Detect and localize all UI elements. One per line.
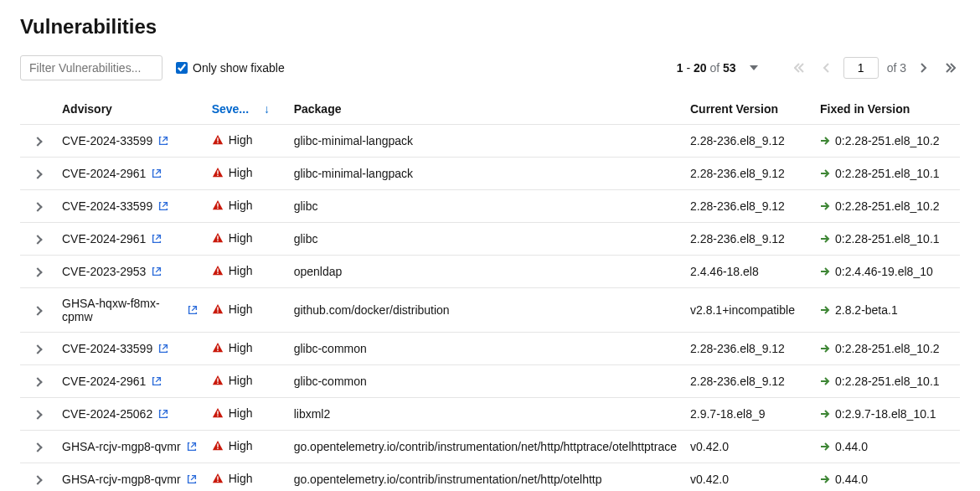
package-cell: libxml2 (287, 398, 683, 431)
last-page-button[interactable] (941, 59, 960, 77)
expand-row-button[interactable] (33, 235, 42, 244)
advisory-link[interactable]: CVE-2023-2953 (62, 265, 162, 278)
first-page-button[interactable] (790, 59, 808, 77)
svg-rect-11 (217, 312, 218, 313)
svg-rect-18 (217, 443, 218, 447)
current-version-cell: 2.4.46-18.el8 (683, 256, 813, 288)
expand-row-button[interactable] (33, 306, 42, 315)
advisory-link[interactable]: CVE-2024-33599 (62, 134, 169, 147)
advisory-id: GHSA-rcjv-mgp8-qvmr (62, 473, 181, 486)
expand-row-button[interactable] (33, 475, 42, 484)
next-page-button[interactable] (915, 59, 933, 77)
fixed-version-cell: 2.8.2-beta.1 (820, 303, 898, 317)
prev-page-button[interactable] (817, 59, 835, 77)
package-cell: go.opentelemetry.io/contrib/instrumentat… (287, 431, 683, 463)
external-link-icon (186, 441, 198, 452)
severity-cell: High (212, 302, 253, 316)
current-version-cell: v0.42.0 (683, 463, 813, 492)
page-number-input[interactable] (843, 57, 879, 79)
fixed-version-cell: 0.44.0 (820, 473, 868, 486)
only-fixable-input[interactable] (176, 62, 188, 74)
severity-cell: High (212, 133, 253, 147)
severity-cell: High (212, 166, 253, 179)
package-cell: openldap (287, 256, 683, 288)
advisory-link[interactable]: CVE-2024-25062 (62, 407, 169, 421)
current-version-cell: 2.28-236.el8_9.12 (683, 125, 813, 158)
package-cell: glibc-common (287, 333, 683, 365)
col-current-version[interactable]: Current Version (683, 94, 813, 125)
filter-input[interactable] (20, 55, 162, 80)
only-fixable-checkbox[interactable]: Only show fixable (176, 61, 285, 75)
fixed-version-cell: 0.44.0 (820, 440, 868, 453)
advisory-id: CVE-2024-2961 (62, 232, 146, 246)
svg-rect-20 (217, 476, 218, 479)
severity-label: High (229, 302, 253, 316)
expand-row-button[interactable] (33, 169, 42, 178)
warning-triangle-icon (212, 134, 224, 146)
svg-rect-12 (217, 345, 218, 349)
expand-row-button[interactable] (33, 377, 42, 386)
severity-cell: High (212, 199, 253, 212)
svg-rect-1 (217, 142, 218, 143)
warning-triangle-icon (212, 199, 224, 211)
expand-row-button[interactable] (33, 344, 42, 354)
current-version-cell: 2.28-236.el8_9.12 (683, 190, 813, 223)
page-size-dropdown[interactable] (745, 59, 763, 77)
advisory-link[interactable]: CVE-2024-33599 (62, 342, 169, 355)
col-package[interactable]: Package (287, 94, 683, 125)
svg-rect-5 (217, 208, 218, 209)
warning-triangle-icon (212, 473, 224, 484)
advisory-link[interactable]: CVE-2024-2961 (62, 167, 162, 180)
col-severity[interactable]: Seve...↓ (205, 94, 287, 125)
advisory-link[interactable]: CVE-2024-33599 (62, 199, 169, 213)
current-version-cell: 2.28-236.el8_9.12 (683, 158, 813, 190)
arrow-right-icon (820, 474, 830, 484)
current-version-cell: 2.28-236.el8_9.12 (683, 365, 813, 398)
svg-rect-6 (217, 235, 218, 239)
arrow-right-icon (820, 376, 830, 386)
advisory-id: CVE-2024-33599 (62, 134, 152, 147)
advisory-link[interactable]: GHSA-rcjv-mgp8-qvmr (62, 473, 198, 486)
external-link-icon (157, 408, 169, 420)
table-row: CVE-2024-2961Highglibc-minimal-langpack2… (20, 158, 960, 190)
table-row: CVE-2024-2961Highglibc-common2.28-236.el… (20, 365, 960, 398)
toolbar: Only show fixable 1 - 20 of 53 of 3 (20, 55, 960, 80)
advisory-link[interactable]: CVE-2024-2961 (62, 375, 162, 388)
fixed-version-cell: 0:2.4.46-19.el8_10 (820, 265, 933, 278)
external-link-icon (157, 135, 169, 147)
advisory-link[interactable]: GHSA-hqxw-f8mx-cpmw (62, 297, 199, 323)
arrow-right-icon (820, 136, 830, 146)
expand-row-button[interactable] (33, 442, 42, 452)
external-link-icon (151, 233, 162, 245)
expand-row-button[interactable] (33, 267, 42, 277)
advisory-id: CVE-2024-2961 (62, 167, 146, 180)
external-link-icon (151, 375, 162, 387)
pagination: 1 - 20 of 53 of 3 (677, 57, 960, 79)
svg-rect-8 (217, 268, 218, 271)
severity-label: High (229, 374, 253, 387)
expand-row-button[interactable] (33, 202, 42, 211)
arrow-right-icon (820, 409, 830, 419)
expand-row-button[interactable] (33, 137, 42, 146)
svg-rect-15 (217, 383, 218, 384)
arrow-right-icon (820, 234, 830, 244)
advisory-link[interactable]: GHSA-rcjv-mgp8-qvmr (62, 440, 198, 453)
advisory-id: CVE-2024-33599 (62, 342, 152, 355)
svg-rect-14 (217, 378, 218, 381)
expand-row-button[interactable] (33, 410, 42, 419)
warning-triangle-icon (212, 167, 224, 178)
severity-cell: High (212, 439, 253, 452)
external-link-icon (151, 168, 162, 179)
severity-label: High (229, 166, 253, 179)
svg-rect-7 (217, 240, 218, 241)
severity-cell: High (212, 341, 253, 354)
col-fixed-version[interactable]: Fixed in Version (813, 94, 960, 125)
sort-desc-icon: ↓ (264, 102, 270, 116)
table-row: GHSA-rcjv-mgp8-qvmrHighgo.opentelemetry.… (20, 463, 960, 492)
severity-label: High (229, 231, 253, 245)
svg-rect-0 (217, 137, 218, 141)
only-fixable-label: Only show fixable (193, 61, 285, 75)
advisory-link[interactable]: CVE-2024-2961 (62, 232, 162, 246)
col-advisory[interactable]: Advisory (55, 94, 205, 125)
warning-triangle-icon (212, 232, 224, 244)
